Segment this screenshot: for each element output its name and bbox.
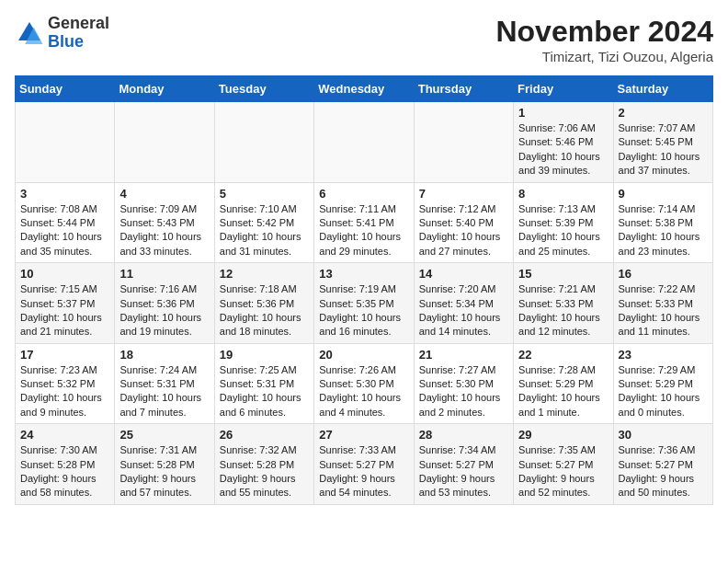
day-number: 12 xyxy=(220,267,309,281)
header-day-tuesday: Tuesday xyxy=(214,76,313,102)
header-day-monday: Monday xyxy=(115,76,214,102)
day-info: Sunrise: 7:10 AMSunset: 5:42 PMDaylight:… xyxy=(220,202,309,259)
day-number: 9 xyxy=(619,187,708,201)
day-info: Sunrise: 7:12 AMSunset: 5:40 PMDaylight:… xyxy=(419,202,508,259)
day-cell: 11Sunrise: 7:16 AMSunset: 5:36 PMDayligh… xyxy=(115,263,214,344)
day-info: Sunrise: 7:23 AMSunset: 5:32 PMDaylight:… xyxy=(20,363,109,420)
day-cell: 30Sunrise: 7:36 AMSunset: 5:27 PMDayligh… xyxy=(613,424,712,505)
day-cell: 9Sunrise: 7:14 AMSunset: 5:38 PMDaylight… xyxy=(613,182,712,263)
day-number: 3 xyxy=(20,187,109,201)
week-row-3: 10Sunrise: 7:15 AMSunset: 5:37 PMDayligh… xyxy=(16,263,713,344)
day-number: 27 xyxy=(319,428,408,442)
header: General Blue November 2024 Timizart, Tiz… xyxy=(15,15,713,64)
header-row: SundayMondayTuesdayWednesdayThursdayFrid… xyxy=(16,76,713,102)
day-number: 4 xyxy=(119,187,209,201)
day-info: Sunrise: 7:13 AMSunset: 5:39 PMDaylight:… xyxy=(518,202,608,259)
day-info: Sunrise: 7:32 AMSunset: 5:28 PMDaylight:… xyxy=(220,443,309,500)
day-info: Sunrise: 7:11 AMSunset: 5:41 PMDaylight:… xyxy=(319,202,408,259)
day-cell: 29Sunrise: 7:35 AMSunset: 5:27 PMDayligh… xyxy=(514,424,613,505)
day-info: Sunrise: 7:26 AMSunset: 5:30 PMDaylight:… xyxy=(319,363,408,420)
day-cell: 22Sunrise: 7:28 AMSunset: 5:29 PMDayligh… xyxy=(514,343,613,424)
day-info: Sunrise: 7:08 AMSunset: 5:44 PMDaylight:… xyxy=(20,202,109,259)
day-info: Sunrise: 7:25 AMSunset: 5:31 PMDaylight:… xyxy=(220,363,309,420)
logo-text: General Blue xyxy=(48,15,109,52)
day-number: 2 xyxy=(619,106,708,120)
day-number: 22 xyxy=(518,348,608,362)
location-title: Timizart, Tizi Ouzou, Algeria xyxy=(495,49,713,64)
day-number: 16 xyxy=(619,267,708,281)
logo: General Blue xyxy=(15,15,109,52)
day-cell: 7Sunrise: 7:12 AMSunset: 5:40 PMDaylight… xyxy=(414,182,513,263)
day-cell: 15Sunrise: 7:21 AMSunset: 5:33 PMDayligh… xyxy=(514,263,613,344)
day-info: Sunrise: 7:35 AMSunset: 5:27 PMDaylight:… xyxy=(518,443,608,500)
header-day-thursday: Thursday xyxy=(414,76,513,102)
header-day-saturday: Saturday xyxy=(613,76,712,102)
day-info: Sunrise: 7:14 AMSunset: 5:38 PMDaylight:… xyxy=(619,202,708,259)
day-cell: 24Sunrise: 7:30 AMSunset: 5:28 PMDayligh… xyxy=(16,424,115,505)
day-info: Sunrise: 7:30 AMSunset: 5:28 PMDaylight:… xyxy=(20,443,109,500)
header-day-sunday: Sunday xyxy=(16,76,115,102)
day-cell: 2Sunrise: 7:07 AMSunset: 5:45 PMDaylight… xyxy=(613,102,712,183)
day-info: Sunrise: 7:21 AMSunset: 5:33 PMDaylight:… xyxy=(518,282,608,339)
day-number: 23 xyxy=(619,348,708,362)
day-number: 14 xyxy=(419,267,508,281)
logo-blue: Blue xyxy=(48,32,84,51)
day-cell xyxy=(314,102,414,183)
day-number: 6 xyxy=(319,187,408,201)
day-number: 21 xyxy=(419,348,508,362)
day-cell: 28Sunrise: 7:34 AMSunset: 5:27 PMDayligh… xyxy=(414,424,513,505)
day-number: 26 xyxy=(220,428,309,442)
day-cell: 25Sunrise: 7:31 AMSunset: 5:28 PMDayligh… xyxy=(115,424,214,505)
day-cell: 17Sunrise: 7:23 AMSunset: 5:32 PMDayligh… xyxy=(16,343,115,424)
day-cell: 26Sunrise: 7:32 AMSunset: 5:28 PMDayligh… xyxy=(214,424,313,505)
week-row-2: 3Sunrise: 7:08 AMSunset: 5:44 PMDaylight… xyxy=(16,182,713,263)
day-number: 13 xyxy=(319,267,408,281)
day-cell xyxy=(414,102,513,183)
title-area: November 2024 Timizart, Tizi Ouzou, Alge… xyxy=(495,15,713,64)
day-info: Sunrise: 7:07 AMSunset: 5:45 PMDaylight:… xyxy=(619,121,708,178)
day-info: Sunrise: 7:09 AMSunset: 5:43 PMDaylight:… xyxy=(119,202,209,259)
logo-icon xyxy=(15,18,44,48)
day-info: Sunrise: 7:24 AMSunset: 5:31 PMDaylight:… xyxy=(119,363,209,420)
day-cell: 10Sunrise: 7:15 AMSunset: 5:37 PMDayligh… xyxy=(16,263,115,344)
header-day-friday: Friday xyxy=(514,76,613,102)
day-info: Sunrise: 7:34 AMSunset: 5:27 PMDaylight:… xyxy=(419,443,508,500)
day-cell: 4Sunrise: 7:09 AMSunset: 5:43 PMDaylight… xyxy=(115,182,214,263)
day-number: 7 xyxy=(419,187,508,201)
day-number: 15 xyxy=(518,267,608,281)
day-info: Sunrise: 7:16 AMSunset: 5:36 PMDaylight:… xyxy=(119,282,209,339)
day-info: Sunrise: 7:31 AMSunset: 5:28 PMDaylight:… xyxy=(119,443,209,500)
day-number: 30 xyxy=(619,428,708,442)
day-info: Sunrise: 7:19 AMSunset: 5:35 PMDaylight:… xyxy=(319,282,408,339)
day-number: 5 xyxy=(220,187,309,201)
day-number: 29 xyxy=(518,428,608,442)
day-cell: 27Sunrise: 7:33 AMSunset: 5:27 PMDayligh… xyxy=(314,424,414,505)
day-cell: 21Sunrise: 7:27 AMSunset: 5:30 PMDayligh… xyxy=(414,343,513,424)
day-cell xyxy=(16,102,115,183)
day-cell: 20Sunrise: 7:26 AMSunset: 5:30 PMDayligh… xyxy=(314,343,414,424)
day-cell: 6Sunrise: 7:11 AMSunset: 5:41 PMDaylight… xyxy=(314,182,414,263)
day-number: 19 xyxy=(220,348,309,362)
day-number: 25 xyxy=(119,428,209,442)
day-info: Sunrise: 7:15 AMSunset: 5:37 PMDaylight:… xyxy=(20,282,109,339)
day-cell: 23Sunrise: 7:29 AMSunset: 5:29 PMDayligh… xyxy=(613,343,712,424)
day-cell xyxy=(214,102,313,183)
day-cell: 12Sunrise: 7:18 AMSunset: 5:36 PMDayligh… xyxy=(214,263,313,344)
week-row-4: 17Sunrise: 7:23 AMSunset: 5:32 PMDayligh… xyxy=(16,343,713,424)
day-number: 10 xyxy=(20,267,109,281)
day-info: Sunrise: 7:28 AMSunset: 5:29 PMDaylight:… xyxy=(518,363,608,420)
week-row-1: 1Sunrise: 7:06 AMSunset: 5:46 PMDaylight… xyxy=(16,102,713,183)
week-row-5: 24Sunrise: 7:30 AMSunset: 5:28 PMDayligh… xyxy=(16,424,713,505)
day-number: 24 xyxy=(20,428,109,442)
calendar-table: SundayMondayTuesdayWednesdayThursdayFrid… xyxy=(15,75,713,505)
day-info: Sunrise: 7:20 AMSunset: 5:34 PMDaylight:… xyxy=(419,282,508,339)
day-info: Sunrise: 7:22 AMSunset: 5:33 PMDaylight:… xyxy=(619,282,708,339)
day-cell xyxy=(115,102,214,183)
day-number: 18 xyxy=(119,348,209,362)
day-number: 20 xyxy=(319,348,408,362)
day-cell: 1Sunrise: 7:06 AMSunset: 5:46 PMDaylight… xyxy=(514,102,613,183)
day-info: Sunrise: 7:33 AMSunset: 5:27 PMDaylight:… xyxy=(319,443,408,500)
day-cell: 16Sunrise: 7:22 AMSunset: 5:33 PMDayligh… xyxy=(613,263,712,344)
day-info: Sunrise: 7:18 AMSunset: 5:36 PMDaylight:… xyxy=(220,282,309,339)
day-info: Sunrise: 7:27 AMSunset: 5:30 PMDaylight:… xyxy=(419,363,508,420)
